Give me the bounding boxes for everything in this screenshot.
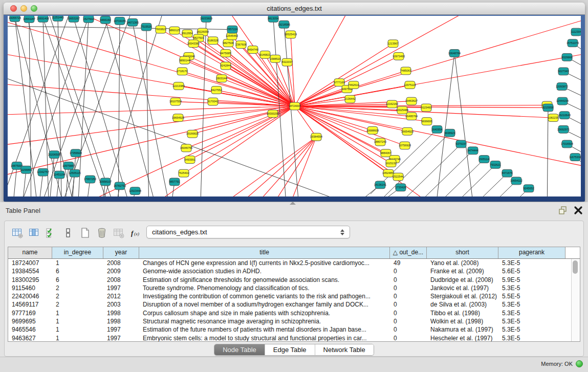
graph-node[interactable]: 7485063 <box>400 67 411 75</box>
graph-node[interactable]: 8427552 <box>211 86 222 94</box>
graph-node[interactable]: 9466160 <box>100 16 111 24</box>
graph-node[interactable]: 10553287 <box>23 16 35 23</box>
column-header-pagerank[interactable]: pagerank <box>498 247 565 258</box>
graph-node[interactable]: 20206505 <box>48 151 60 159</box>
graph-node[interactable]: 11675334 <box>569 154 581 161</box>
network-table-select[interactable]: citations_edges.txt <box>146 226 350 238</box>
graph-node[interactable]: 7857224 <box>227 26 237 33</box>
table-row[interactable]: 946362711997Embryonic stem cells: a mode… <box>8 334 580 342</box>
graph-node[interactable]: 11251443 <box>52 16 64 21</box>
column-header-out_de[interactable]: △ out_de... <box>390 247 427 258</box>
graph-node[interactable]: 18724007 <box>289 102 301 110</box>
graph-node[interactable]: 8813054 <box>268 16 278 22</box>
graph-node[interactable]: 9170042 <box>207 98 218 105</box>
graph-node[interactable]: 1588520 <box>270 55 280 62</box>
graph-node[interactable]: 10648784 <box>448 50 461 57</box>
table-row[interactable]: 969969511998Structural magnetic resonanc… <box>8 317 580 325</box>
citation-network-graph[interactable]: 1872400718300295193845549860125766382289… <box>8 16 581 196</box>
graph-node[interactable]: 1112304 <box>571 28 581 36</box>
graph-node[interactable]: 8186328 <box>207 37 218 45</box>
column-visibility-icon[interactable] <box>28 226 41 239</box>
graph-node[interactable]: 10958107 <box>99 178 112 186</box>
graph-node[interactable]: 10975887 <box>62 162 75 169</box>
graph-node[interactable]: 16210643 <box>558 112 571 119</box>
graph-node[interactable]: 16543382 <box>187 40 200 48</box>
graph-node[interactable]: 1082235 <box>548 114 558 122</box>
network-window-titlebar[interactable]: citations_edges.txt <box>4 3 585 15</box>
graph-node[interactable]: 10688609 <box>366 126 379 134</box>
graph-node[interactable]: 1733426 <box>395 184 406 191</box>
graph-node[interactable]: 8454749 <box>247 46 258 54</box>
graph-node[interactable]: 9227343 <box>558 68 569 75</box>
graph-node[interactable]: 19166825 <box>186 130 199 138</box>
graph-node[interactable]: 16782753 <box>114 182 126 190</box>
graph-node[interactable]: 14055724 <box>9 16 21 21</box>
graph-node[interactable]: 9146821 <box>259 51 270 59</box>
graph-node[interactable]: 1640954 <box>431 125 442 133</box>
graph-node[interactable]: 17016504 <box>561 140 573 148</box>
graph-node[interactable]: 14671365 <box>126 18 139 26</box>
graph-node[interactable]: 10973493 <box>393 52 405 60</box>
graph-node[interactable]: 9474444 <box>467 147 478 155</box>
graph-node[interactable]: 1615132 <box>385 160 396 167</box>
graph-node[interactable]: 19218586 <box>278 20 290 28</box>
graph-node[interactable]: 7462610 <box>348 81 359 89</box>
graph-node[interactable]: 8215958 <box>542 104 553 112</box>
graph-node[interactable]: 12213383 <box>172 82 185 90</box>
graph-node[interactable]: 17957253 <box>84 176 96 183</box>
graph-node[interactable]: 9242844 <box>220 62 231 70</box>
graph-node[interactable]: 17359928 <box>70 149 82 157</box>
column-header-short[interactable]: short <box>427 247 498 258</box>
tab-edge-table[interactable]: Edge Table <box>265 344 315 355</box>
scrollbar-thumb[interactable] <box>573 260 578 274</box>
graph-node[interactable]: 16046756 <box>180 144 192 152</box>
graph-node[interactable]: 16654923 <box>401 127 413 135</box>
graph-node[interactable]: 12162160 <box>386 100 398 108</box>
graph-node[interactable]: 9115460 <box>421 104 432 112</box>
graph-node[interactable]: 19654925 <box>172 114 184 122</box>
graph-node[interactable]: 8322037 <box>281 58 292 66</box>
column-header-in_degree[interactable]: in_degree <box>52 247 103 258</box>
table-row[interactable]: 1938455462009Genome-wide association stu… <box>8 267 580 275</box>
column-header-name[interactable]: name <box>8 247 52 258</box>
graph-node[interactable]: 9699695 <box>421 118 432 125</box>
tab-node-table[interactable]: Node Table <box>214 344 265 355</box>
graph-node[interactable]: 6379197 <box>455 140 466 148</box>
float-window-icon[interactable] <box>558 206 568 215</box>
table-row[interactable]: 977716911998Corpus callosum shape and si… <box>8 309 580 317</box>
graph-node[interactable]: 18325419 <box>285 31 297 38</box>
function-builder-icon[interactable]: f(x) <box>129 226 142 239</box>
graph-node[interactable]: 7625402 <box>178 169 189 177</box>
column-header-title[interactable]: title <box>139 247 390 258</box>
table-row[interactable]: 1872400712008Changes of HCN gene express… <box>8 259 580 267</box>
graph-node[interactable]: 15692971 <box>557 125 570 133</box>
graph-node[interactable]: 14136141 <box>374 181 386 189</box>
graph-node[interactable]: 9827508 <box>223 39 233 47</box>
table-row[interactable]: 1830029562008Estimation of significance … <box>8 276 580 284</box>
graph-node[interactable]: 5493991 <box>184 156 195 164</box>
graph-node[interactable]: 18107554 <box>169 98 182 105</box>
graph-node[interactable]: 10719155 <box>114 17 126 25</box>
table-row[interactable]: 911546021997Tourette syndrome. Phenomeno… <box>8 284 580 292</box>
graph-node[interactable]: 9860125 <box>169 27 180 34</box>
graph-node[interactable]: 2718170 <box>177 68 187 75</box>
table-settings-icon[interactable] <box>11 226 24 239</box>
memory-status-icon[interactable] <box>576 360 583 367</box>
delete-table-icon[interactable] <box>95 226 108 239</box>
column-header-year[interactable]: year <box>103 247 139 258</box>
graph-node[interactable]: 2803144 <box>216 75 227 82</box>
graph-node[interactable]: 2367608 <box>235 41 246 49</box>
graph-node[interactable]: 10025488 <box>396 106 408 114</box>
graph-node[interactable]: 10756928 <box>399 142 411 149</box>
table-row[interactable]: 1456911722003Disruption of a novel membe… <box>8 300 580 309</box>
table-row[interactable]: 946554611997Estimation of the future num… <box>8 325 580 334</box>
new-table-icon[interactable] <box>78 226 92 239</box>
graph-node[interactable]: 9245652 <box>523 185 534 192</box>
tab-network-table[interactable]: Network Table <box>315 344 374 355</box>
graph-node[interactable]: 2136442 <box>344 95 355 103</box>
graph-node[interactable]: 10654112 <box>510 177 522 185</box>
graph-node[interactable]: 11156869 <box>20 166 32 173</box>
graph-node[interactable]: 18300295 <box>267 110 279 118</box>
graph-node[interactable]: 7932621 <box>490 161 500 168</box>
graph-node[interactable]: 9777169 <box>334 79 344 86</box>
